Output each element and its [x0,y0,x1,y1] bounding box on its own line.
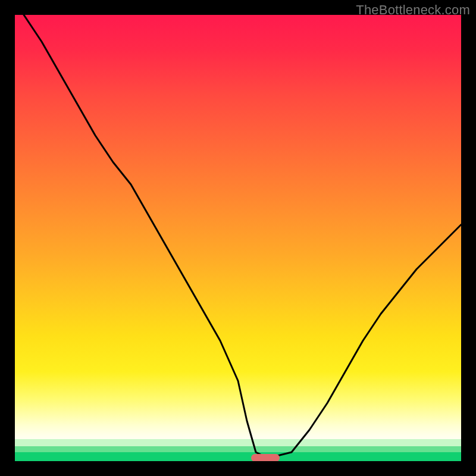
optimal-marker [251,454,280,461]
watermark-text: TheBottleneck.com [356,2,470,18]
plot-area [15,15,461,461]
curve-path [24,15,461,457]
bottleneck-curve [15,15,461,461]
chart-frame: TheBottleneck.com [0,0,476,476]
